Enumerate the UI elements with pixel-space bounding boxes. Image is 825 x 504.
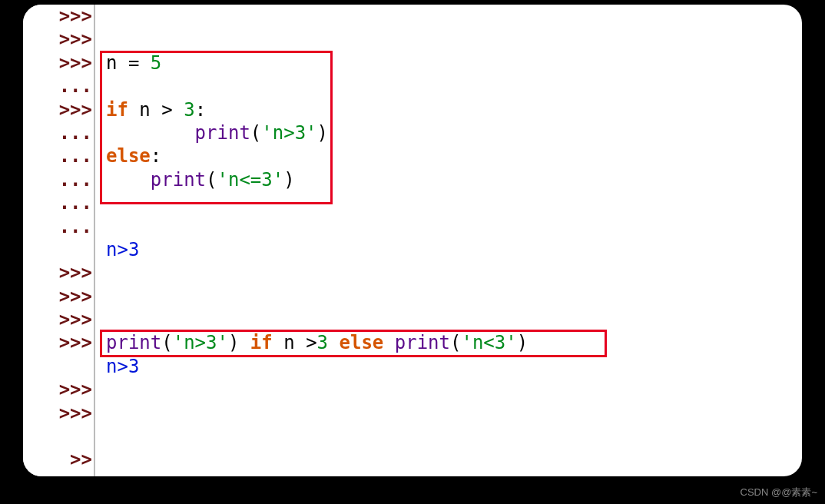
token-txt: : [151, 145, 161, 167]
token-txt [173, 99, 184, 121]
code-content: if n > 3: [95, 98, 206, 121]
code-line: ...else: [23, 144, 802, 167]
token-txt: ) [228, 332, 250, 353]
token-txt [383, 332, 394, 353]
repl-prompt: >>> [23, 98, 95, 121]
code-line: >>> [23, 378, 802, 401]
repl-prompt: ... [23, 215, 95, 238]
repl-prompt: ... [23, 144, 95, 167]
code-line: >>> [23, 308, 802, 331]
code-line: >>> [23, 5, 802, 28]
token-fn: print [151, 169, 206, 191]
token-num: 5 [151, 52, 161, 74]
code-line: >>> [23, 402, 802, 425]
token-txt [139, 52, 150, 74]
token-fn: print [106, 332, 161, 353]
code-line: ... [23, 215, 802, 238]
token-str: 'n>3' [261, 122, 316, 144]
code-line: ... print('n<=3') [23, 168, 802, 191]
repl-prompt: >>> [23, 402, 95, 425]
code-line: >> [23, 448, 802, 471]
token-txt: ) [317, 122, 328, 144]
repl-prompt: ... [23, 191, 95, 214]
repl-prompt: >>> [23, 5, 95, 28]
token-txt: ) [283, 169, 294, 191]
token-str: 'n>3' [173, 332, 228, 353]
repl-prompt: >>> [23, 285, 95, 308]
token-op: > [161, 99, 172, 121]
code-content: print('n>3') if n >3 else print('n<3') [95, 331, 528, 354]
token-txt: : [195, 99, 206, 121]
code-content: print('n>3') [95, 121, 328, 144]
code-line: >>> [23, 285, 802, 308]
code-line: >>>print('n>3') if n >3 else print('n<3'… [23, 331, 802, 354]
repl-prompt: ... [23, 121, 95, 144]
token-txt: ( [161, 332, 172, 353]
repl-prompt: ... [23, 168, 95, 191]
token-txt [106, 122, 195, 144]
token-op: > [306, 332, 316, 353]
code-content: n>3 [95, 355, 139, 378]
repl-prompt: >>> [23, 28, 95, 51]
repl-prompt: >>> [23, 331, 95, 354]
token-txt: ( [250, 122, 261, 144]
token-txt [328, 332, 339, 353]
code-line: n>3 [23, 355, 802, 378]
token-txt: n [128, 99, 161, 121]
repl-prompt: ... [23, 75, 95, 98]
token-out: n>3 [106, 239, 139, 260]
token-txt [106, 169, 151, 191]
code-content: n = 5 [95, 51, 161, 75]
token-txt: ( [450, 332, 461, 353]
token-kw: else [339, 332, 383, 353]
repl-prompt: >>> [23, 308, 95, 331]
code-line: n>3 [23, 238, 802, 261]
code-line: >>> [23, 28, 802, 51]
code-line: ... print('n>3') [23, 121, 802, 144]
token-fn: print [195, 122, 250, 144]
token-txt: n [106, 52, 128, 74]
token-kw: if [106, 99, 128, 121]
token-str: 'n<=3' [217, 169, 284, 191]
repl-prompt: >>> [23, 261, 95, 284]
token-txt: ) [517, 332, 528, 353]
token-str: 'n<3' [461, 332, 516, 353]
token-txt: ( [206, 169, 217, 191]
code-line: >>>if n > 3: [23, 98, 802, 121]
code-line [23, 425, 802, 448]
code-content: print('n<=3') [95, 168, 295, 191]
code-line: >>> [23, 261, 802, 284]
code-content: else: [95, 144, 161, 167]
token-fn: print [395, 332, 450, 353]
token-op: = [128, 52, 139, 74]
token-txt: n [273, 332, 306, 353]
terminal-window: >>>>>>>>>n = 5...>>>if n > 3:... print('… [23, 5, 802, 476]
code-line: >>>n = 5 [23, 51, 802, 75]
code-content: n>3 [95, 238, 139, 261]
token-kw: else [106, 145, 151, 167]
token-num: 3 [184, 99, 194, 121]
token-out: n>3 [106, 356, 139, 377]
terminal-content: >>>>>>>>>n = 5...>>>if n > 3:... print('… [23, 5, 802, 476]
repl-prompt: >>> [23, 51, 95, 75]
repl-prompt: >>> [23, 378, 95, 401]
repl-prompt: >> [23, 448, 95, 471]
token-kw: if [250, 332, 273, 353]
token-num: 3 [317, 332, 328, 353]
watermark: CSDN @@素素~ [741, 486, 817, 499]
